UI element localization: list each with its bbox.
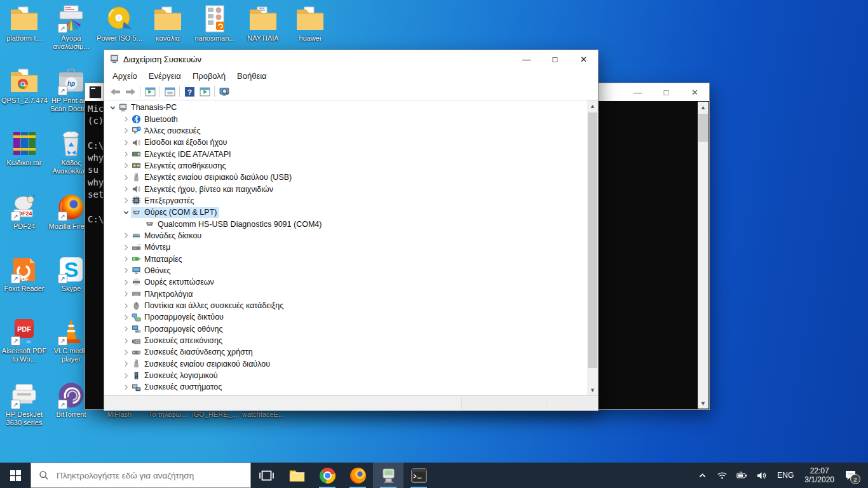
chevron-right-icon[interactable] [121, 137, 131, 147]
taskbar-file-explorer[interactable] [281, 463, 312, 488]
tree-item-ide-controllers[interactable]: Ελεγκτές IDE ATA/ATAPI [104, 148, 587, 159]
forward-icon[interactable] [123, 85, 138, 98]
back-icon[interactable] [107, 85, 123, 98]
tree-item-storage-controllers[interactable]: Ελεγκτές αποθήκευσης [104, 160, 587, 172]
tree-item-hid-devices[interactable]: Συσκευές διασύνδεσης χρήστη [104, 346, 587, 358]
tree-item-display-adapters[interactable]: Προσαρμογείς οθόνης [104, 323, 587, 335]
properties-icon[interactable] [162, 85, 177, 98]
desktop-icon-kodikoi-rar[interactable]: Κωδικοι.rar [1, 130, 47, 167]
desktop-icon-nanosiman[interactable]: nanosiman... [192, 5, 238, 43]
chevron-right-icon[interactable] [121, 184, 131, 194]
chevron-right-icon[interactable] [121, 242, 131, 252]
chevron-right-icon[interactable] [121, 370, 131, 381]
scroll-up-icon[interactable]: ▲ [698, 102, 709, 112]
tree-item-ports[interactable]: Θύρες (COM & LPT) [104, 207, 587, 218]
tree-item-qualcomm-port[interactable]: Qualcomm HS-USB Diagnostics 9091 (COM4) [104, 218, 587, 229]
device-manager-window[interactable]: Διαχείριση Συσκευών — □ ✕ Αρχείο Ενέργει… [104, 50, 599, 411]
dm-maximize-button[interactable]: □ [541, 50, 569, 68]
scroll-up-icon[interactable]: ▲ [587, 100, 598, 111]
language-indicator[interactable]: ENG [771, 463, 799, 488]
tree-item-computer[interactable]: Thanasis-PC [104, 102, 587, 113]
wifi-icon[interactable] [712, 463, 732, 488]
cmd-minimize-button[interactable]: — [623, 83, 652, 101]
tray-clock[interactable]: 22:073/1/2020 [799, 463, 839, 488]
chevron-right-icon[interactable] [121, 301, 131, 311]
start-button[interactable] [0, 463, 31, 488]
chevron-right-icon[interactable] [121, 266, 131, 276]
taskbar-device-manager[interactable] [373, 463, 403, 488]
chevron-right-icon[interactable] [121, 336, 131, 346]
taskbar-cmd[interactable] [403, 463, 434, 488]
dm-title-bar[interactable]: Διαχείριση Συσκευών — □ ✕ [104, 50, 598, 68]
chevron-right-icon[interactable] [121, 359, 131, 369]
chevron-right-icon[interactable] [121, 254, 131, 264]
scroll-down-icon[interactable]: ▼ [587, 384, 598, 395]
chevron-right-icon[interactable] [121, 324, 131, 334]
task-view-button[interactable] [251, 463, 281, 488]
tree-item-imaging-devices[interactable]: Συσκευές απεικόνισης [104, 335, 587, 346]
chevron-right-icon[interactable] [121, 172, 131, 182]
chevron-right-icon[interactable] [121, 347, 131, 357]
desktop-icon-platform-tools[interactable]: platform-t... [1, 5, 47, 43]
desktop-icon-pdf24[interactable]: PDF24↗ PDF24 [1, 193, 47, 231]
chevron-right-icon[interactable] [121, 114, 131, 125]
menu-file[interactable]: Αρχείο [107, 68, 143, 83]
desktop-icon-kanalia[interactable]: κανάλια [145, 5, 191, 43]
selected-tree-item[interactable]: Θύρες (COM & LPT) [131, 207, 219, 218]
dm-scroll-thumb[interactable] [588, 112, 597, 368]
chevron-right-icon[interactable] [121, 289, 131, 299]
tree-item-disk-drives[interactable]: Μονάδες δίσκου [104, 230, 587, 241]
desktop-icon-naytilia[interactable]: ΝΑΥΤΙΛΙΑ [240, 5, 286, 43]
taskbar-search[interactable] [31, 463, 251, 488]
search-input[interactable] [55, 470, 250, 481]
tree-item-monitors[interactable]: Οθόνες [104, 265, 587, 276]
tree-item-network-adapters[interactable]: Προσαρμογείς δικτύου [104, 311, 587, 323]
desktop-icon-huawei[interactable]: huawei [287, 5, 333, 43]
menu-view[interactable]: Προβολή [187, 68, 231, 83]
chevron-right-icon[interactable] [121, 231, 131, 241]
chevron-right-icon[interactable] [121, 126, 131, 136]
action-pane-icon[interactable] [197, 85, 212, 98]
chevron-down-icon[interactable] [121, 207, 131, 217]
dm-minimize-button[interactable]: — [512, 50, 541, 68]
tray-chevron-up-icon[interactable] [693, 463, 712, 488]
tree-item-system-devices[interactable]: Συσκευές συστήματος [104, 381, 587, 393]
dm-close-button[interactable]: ✕ [569, 50, 598, 68]
taskbar-chrome[interactable] [312, 463, 342, 488]
cmd-maximize-button[interactable]: □ [652, 83, 681, 101]
desktop-icon-qpst[interactable]: QPST_2.7.474 [1, 67, 47, 105]
taskbar-firefox[interactable] [342, 463, 373, 488]
chevron-right-icon[interactable] [121, 312, 131, 322]
tree-item-mice[interactable]: Ποντίκια και άλλες συσκευές κατάδειξης [104, 300, 587, 311]
tree-item-print-queues[interactable]: Ουρές εκτυπώσεων [104, 276, 587, 288]
menu-help[interactable]: Βοήθεια [231, 68, 273, 83]
chevron-right-icon[interactable] [121, 161, 131, 171]
console-tree-icon[interactable] [142, 85, 158, 98]
desktop-icon-hp-deskjet[interactable]: ↗ HP DeskJet 3630 series [1, 381, 47, 427]
tree-item-usb-controllers[interactable]: Ελεγκτές ενιαίου σειριακού διαύλου (USB) [104, 172, 587, 183]
chevron-right-icon[interactable] [121, 382, 131, 392]
desktop-icon-foxit[interactable]: PDF↗ Foxit Reader [1, 255, 47, 293]
chevron-right-icon[interactable] [121, 196, 131, 206]
chevron-right-icon[interactable] [121, 149, 131, 159]
tree-item-audio-io[interactable]: Είσοδοι και έξοδοι ήχου [104, 137, 587, 148]
tree-item-processors[interactable]: Επεξεργαστές [104, 195, 587, 207]
desktop-icon-poweriso[interactable]: Power ISO 5... [97, 5, 142, 43]
dm-scrollbar[interactable]: ▲ ▼ [587, 100, 598, 395]
tree-item-modems[interactable]: Μόντεμ [104, 241, 587, 253]
desktop-icon-agora[interactable]: ↗ Αγορά αναλωσίμ... [48, 5, 94, 51]
cmd-close-button[interactable]: ✕ [681, 83, 709, 101]
help-icon[interactable]: ? [182, 85, 197, 98]
chevron-right-icon[interactable] [121, 277, 131, 287]
menu-action[interactable]: Ενέργεια [143, 68, 187, 83]
scroll-down-icon[interactable]: ▼ [698, 398, 709, 409]
tree-item-keyboards[interactable]: Πληκτρολόγια [104, 288, 587, 300]
action-center-button[interactable]: 2 [839, 463, 864, 488]
scan-hardware-icon[interactable] [217, 85, 232, 98]
tree-item-batteries[interactable]: Μπαταρίες [104, 253, 587, 264]
tree-item-sound-controllers[interactable]: Ελεγκτές ήχου, βίντεο και παιχνιδιών [104, 183, 587, 194]
speaker-icon[interactable] [752, 463, 771, 488]
tree-item-other-devices[interactable]: ?Άλλες συσκευές [104, 125, 587, 137]
desktop-icon-aiseesoft[interactable]: PDFW↗ Aiseesoft PDF to Wo... [1, 318, 47, 363]
tree-item-bluetooth[interactable]: Bluetooth [104, 113, 587, 125]
